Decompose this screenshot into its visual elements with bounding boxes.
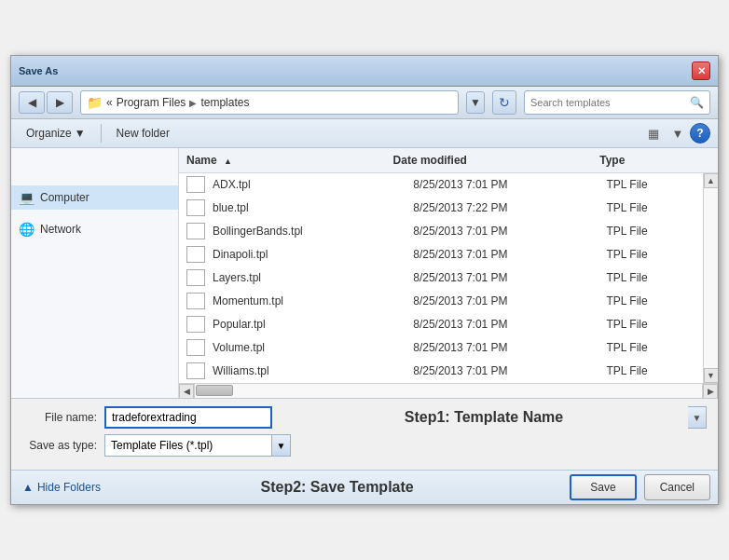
- filetype-row: Save as type: Template Files (*.tpl) ▼: [22, 434, 707, 457]
- column-header-name[interactable]: Name ▲: [179, 152, 386, 169]
- file-name: Layers.tpl: [205, 271, 413, 284]
- col-type-label: Type: [599, 154, 625, 167]
- table-row[interactable]: ADX.tpl 8/25/2013 7:01 PM TPL File: [179, 173, 703, 197]
- scroll-right-button[interactable]: ▶: [703, 384, 718, 399]
- file-type: TPL File: [606, 364, 703, 377]
- close-button[interactable]: ✕: [692, 61, 710, 80]
- h-scroll-track: [194, 384, 703, 398]
- cancel-label: Cancel: [660, 481, 695, 494]
- view-button[interactable]: ▦: [641, 123, 666, 143]
- network-icon: 🌐: [19, 222, 34, 237]
- col-name-label: Name: [186, 154, 217, 167]
- file-icon: [186, 246, 205, 263]
- table-row[interactable]: Momentum.tpl 8/25/2013 7:01 PM TPL File: [179, 290, 703, 313]
- sidebar-item-network-label: Network: [40, 223, 81, 236]
- filename-input-group: [104, 406, 272, 429]
- nav-buttons: ◀ ▶: [19, 91, 73, 114]
- scroll-up-button[interactable]: ▲: [704, 173, 719, 188]
- table-row[interactable]: Dinapoli.tpl 8/25/2013 7:01 PM TPL File: [179, 243, 703, 266]
- sidebar-item-computer-label: Computer: [40, 191, 89, 204]
- table-row[interactable]: blue.tpl 8/25/2013 7:22 PM TPL File: [179, 197, 703, 220]
- help-icon: ?: [696, 127, 703, 140]
- file-date: 8/25/2013 7:01 PM: [413, 248, 606, 261]
- step1-label: Step1: Template Name: [280, 409, 688, 426]
- file-name: Popular.tpl: [205, 318, 413, 331]
- back-icon: ◀: [28, 96, 36, 109]
- view-dropdown-button[interactable]: ▼: [669, 123, 686, 143]
- scroll-down-button[interactable]: ▼: [704, 368, 719, 383]
- step1-dropdown[interactable]: ▼: [688, 406, 707, 429]
- filetype-select[interactable]: Template Files (*.tpl): [104, 434, 272, 457]
- close-icon: ✕: [697, 65, 706, 77]
- save-label: Save: [590, 481, 615, 494]
- column-header-type[interactable]: Type: [592, 152, 703, 169]
- sidebar-item-computer[interactable]: 💻 Computer: [11, 185, 178, 210]
- column-header-date[interactable]: Date modified: [386, 152, 593, 169]
- file-date: 8/25/2013 7:01 PM: [413, 364, 606, 377]
- table-row[interactable]: Layers.tpl 8/25/2013 7:01 PM TPL File: [179, 266, 703, 290]
- table-row[interactable]: BollingerBands.tpl 8/25/2013 7:01 PM TPL…: [179, 220, 703, 243]
- cancel-button[interactable]: Cancel: [644, 474, 710, 500]
- refresh-icon: ↻: [499, 95, 510, 110]
- search-input[interactable]: [530, 97, 686, 108]
- sidebar-item-network[interactable]: 🌐 Network: [11, 217, 178, 241]
- refresh-button[interactable]: ↻: [492, 90, 516, 115]
- search-icon: 🔍: [690, 96, 704, 109]
- h-scroll-thumb: [196, 385, 233, 396]
- file-date: 8/25/2013 7:01 PM: [413, 318, 606, 331]
- scroll-left-button[interactable]: ◀: [179, 384, 194, 399]
- file-date: 8/25/2013 7:01 PM: [413, 294, 606, 307]
- header-scroll-space: [703, 152, 718, 169]
- table-row[interactable]: Popular.tpl 8/25/2013 7:01 PM TPL File: [179, 313, 703, 336]
- table-row[interactable]: Volume.tpl 8/25/2013 7:01 PM TPL File: [179, 336, 703, 360]
- filetype-value: Template Files (*.tpl): [111, 439, 213, 452]
- title-bar: Save As ✕: [11, 56, 718, 87]
- main-content: 💻 Computer 🌐 Network Name ▲ Date modif: [11, 148, 718, 398]
- file-date: 8/25/2013 7:22 PM: [413, 201, 606, 214]
- new-folder-button[interactable]: New folder: [109, 124, 177, 143]
- save-button[interactable]: Save: [570, 474, 636, 500]
- sidebar-spacer: [11, 148, 178, 185]
- file-type: TPL File: [606, 201, 703, 214]
- breadcrumb-dropdown[interactable]: ▼: [466, 91, 485, 114]
- step1-container: Step1: Template Name ▼: [280, 406, 707, 429]
- filetype-arrow-icon: ▼: [277, 441, 286, 451]
- organize-button[interactable]: Organize ▼: [19, 124, 93, 143]
- file-icon: [186, 316, 205, 333]
- file-name: Momentum.tpl: [205, 294, 413, 307]
- action-buttons: Save Cancel: [570, 474, 710, 500]
- step2-container: Step2: Save Template: [104, 479, 570, 496]
- scroll-track: [704, 188, 718, 368]
- vertical-scrollbar[interactable]: ▲ ▼: [703, 173, 718, 383]
- file-date: 8/25/2013 7:01 PM: [413, 271, 606, 284]
- table-row[interactable]: Williams.tpl 8/25/2013 7:01 PM TPL File: [179, 360, 703, 383]
- hide-folders-label: Hide Folders: [37, 481, 101, 494]
- file-name: BollingerBands.tpl: [205, 225, 413, 238]
- filename-input[interactable]: [104, 406, 272, 429]
- breadcrumb-text: « Program Files ▶ templates: [106, 96, 249, 109]
- file-icon: [186, 199, 205, 216]
- file-type: TPL File: [606, 341, 703, 354]
- forward-button[interactable]: ▶: [47, 91, 73, 114]
- horizontal-scrollbar[interactable]: ◀ ▶: [179, 383, 718, 398]
- breadcrumb[interactable]: 📁 « Program Files ▶ templates: [80, 90, 459, 115]
- file-name: Dinapoli.tpl: [205, 248, 413, 261]
- file-icon: [186, 293, 205, 309]
- breadcrumb-program-files: Program Files: [117, 96, 186, 109]
- file-list-header: Name ▲ Date modified Type: [179, 148, 718, 173]
- hide-folders-button[interactable]: ▲ Hide Folders: [19, 479, 104, 496]
- dropdown-arrow-icon: ▼: [470, 96, 481, 109]
- step2-label: Step2: Save Template: [104, 479, 570, 496]
- file-list-container: Name ▲ Date modified Type ADX.tpl 8/25/2…: [179, 148, 718, 398]
- breadcrumb-templates: templates: [200, 96, 249, 109]
- file-date: 8/25/2013 7:01 PM: [413, 225, 606, 238]
- toolbar-divider: [101, 124, 102, 143]
- footer-bar: ▲ Hide Folders Step2: Save Template Save…: [11, 470, 718, 504]
- help-button[interactable]: ?: [690, 123, 710, 143]
- file-icon: [186, 339, 205, 356]
- sidebar-gap: [11, 210, 178, 217]
- toolbar-right: ▦ ▼ ?: [641, 123, 710, 143]
- back-button[interactable]: ◀: [19, 91, 45, 114]
- filetype-dropdown-button[interactable]: ▼: [272, 434, 291, 457]
- view-icon: ▦: [648, 127, 659, 141]
